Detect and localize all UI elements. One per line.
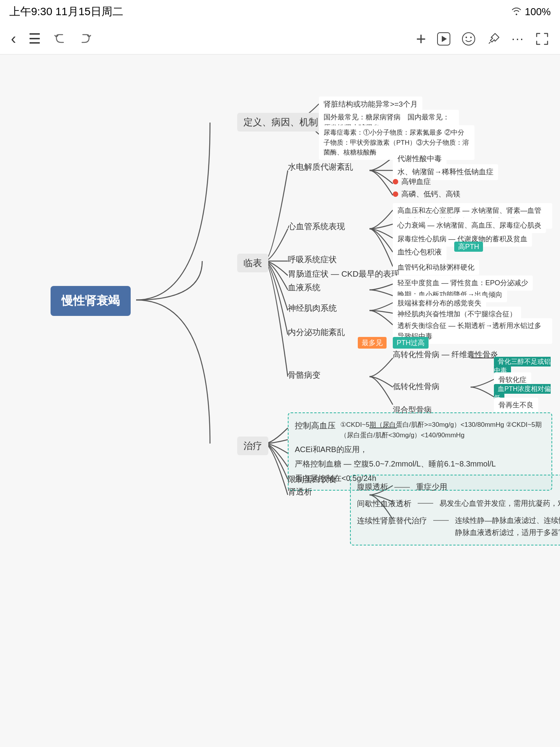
leaf-bone2: 骨再生不良: [494, 398, 538, 413]
branch-bone[interactable]: 骨骼病变: [288, 370, 320, 381]
branch-neuro[interactable]: 神经肌肉系统: [288, 303, 337, 314]
play-button[interactable]: [437, 32, 451, 46]
svg-line-5: [489, 42, 490, 44]
mindmap-container: 慢性肾衰竭 定义、病因、机制 肾脏结构或功能异常>=3个月 国外最常见：糖尿病肾…: [8, 62, 552, 747]
svg-point-2: [462, 33, 475, 45]
treatment-acei: ACEi和ARB的应用，: [295, 444, 545, 455]
leaf-we4: 高磷、低钙、高镁: [393, 189, 460, 199]
time-display: 上午9:30: [9, 4, 52, 19]
treatment-protein-diet: 限制蛋白饮食: [288, 474, 337, 485]
pin-button[interactable]: [486, 32, 500, 46]
dialysis-continuous: 连续性肾脏替代治疗 —— 连续性静—静脉血液滤过、连续性静—静脉血液透析、连续性…: [357, 515, 560, 538]
svg-marker-1: [442, 36, 447, 42]
root-node[interactable]: 慢性肾衰竭: [51, 286, 131, 316]
leaf-cv2: 心力衰竭 — 水钠潴留、高血压、尿毒症心肌炎: [393, 218, 546, 233]
branch-cardiovascular[interactable]: 心血管系统表现: [288, 221, 345, 232]
wifi-icon: [511, 6, 522, 18]
status-right: 100%: [511, 6, 551, 18]
emoji-button[interactable]: [462, 32, 476, 46]
add-button[interactable]: +: [416, 29, 426, 49]
sub-branch-high-bone[interactable]: 高转化性骨病 — 纤维囊性骨炎: [393, 349, 498, 360]
treatment-glucose: 严格控制血糖 — 空腹5.0~7.2mmol/L、睡前6.1~8.3mmol/L: [295, 459, 545, 469]
back-button[interactable]: ‹: [11, 30, 16, 47]
tag-high-pth: 高PTH: [454, 242, 483, 251]
date-display: 11月15日周二: [56, 4, 123, 19]
leaf-cv4: 血性心包积液: [393, 244, 446, 260]
fullscreen-button[interactable]: [535, 32, 549, 46]
branch-endocrine[interactable]: 内分泌功能紊乱: [288, 327, 345, 338]
branch-clinical[interactable]: 临表: [237, 254, 268, 272]
dialysis-peritoneal: 腹膜透析 —— 重症少用: [357, 482, 560, 492]
more-button[interactable]: ···: [511, 32, 524, 46]
redo-button[interactable]: [79, 32, 92, 46]
toolbar-right: + ···: [416, 29, 549, 49]
undo-button[interactable]: [53, 32, 66, 46]
branch-treatment[interactable]: 治疗: [237, 437, 268, 455]
leaf-cv5: 血管钙化和动脉粥样硬化: [393, 260, 479, 275]
status-left: 上午9:30 11月15日周二: [9, 4, 123, 19]
branch-hematology[interactable]: 血液系统: [288, 282, 320, 293]
dialysis-intermittent: 间歇性血液透析 —— 易发生心血管并发症，需用抗凝药，对出血倾向的患者不适用: [357, 498, 560, 509]
leaf-we3: 高钾血症: [393, 177, 431, 187]
branch-respiratory[interactable]: 呼吸系统症状: [288, 254, 337, 265]
branch-definition[interactable]: 定义、病因、机制: [237, 113, 324, 132]
tags-row: 最多见 PTH过高: [358, 337, 429, 349]
svg-point-3: [466, 37, 467, 38]
canvas[interactable]: 慢性肾衰竭 定义、病因、机制 肾脏结构或功能异常>=3个月 国外最常见：糖尿病肾…: [0, 54, 560, 747]
svg-point-4: [470, 37, 472, 38]
toolbar-left: ‹ ☰: [11, 30, 92, 47]
status-bar: 上午9:30 11月15日周二 100%: [0, 0, 560, 23]
branch-gastrointestinal[interactable]: 胃肠道症状 — CKD最早的表现: [288, 268, 399, 279]
menu-button[interactable]: ☰: [28, 31, 41, 47]
branch-water-electrolyte[interactable]: 水电解质代谢紊乱: [288, 161, 353, 172]
branch-dialysis[interactable]: 肾透析: [288, 486, 312, 497]
sub-branch-low-bone[interactable]: 低转化性骨病: [393, 381, 439, 392]
toolbar: ‹ ☰ + ···: [0, 23, 560, 54]
treatment-box2: 腹膜透析 —— 重症少用 间歇性血液透析 —— 易发生心血管并发症，需用抗凝药，…: [350, 475, 560, 545]
battery-display: 100%: [525, 6, 551, 18]
treatment-bp: 控制高血压 ①CKDI~5期（尿白蛋白/肌酐>=30mg/g）<130/80mm…: [295, 419, 545, 440]
